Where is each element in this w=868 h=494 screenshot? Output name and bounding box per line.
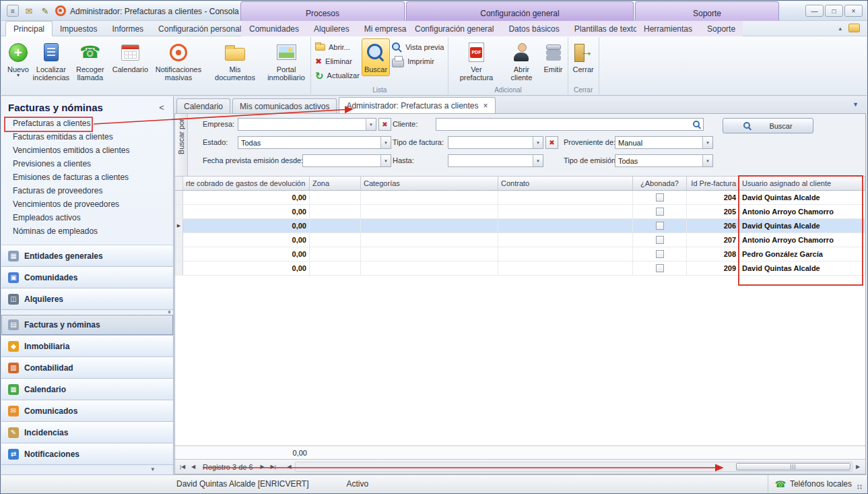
empresa-clear-button[interactable]: ✖ (378, 118, 391, 131)
column-usuario-asignado[interactable]: Usuario asignado al cliente (739, 177, 865, 190)
column-contrato[interactable]: Contrato (498, 177, 633, 190)
hasta-dropdown-icon[interactable]: ▼ (533, 155, 543, 166)
nav-section-alquileres[interactable]: ◫ Alquileres (1, 288, 173, 310)
abonada-checkbox[interactable] (656, 222, 664, 230)
nav-section-comunidades[interactable]: ▣ Comunidades (1, 267, 173, 288)
horizontal-scrollbar[interactable]: ◀ ▶ (284, 461, 863, 472)
nuevo-button[interactable]: + Nuevo ▾ (5, 38, 32, 80)
tipo-factura-clear-button[interactable]: ✖ (545, 136, 558, 149)
tipo-factura-combo[interactable]: ▼ (448, 136, 543, 149)
abonada-checkbox[interactable] (656, 264, 664, 272)
abonada-checkbox[interactable] (656, 236, 664, 244)
abonada-checkbox[interactable] (656, 208, 664, 216)
hasta-combo[interactable]: ▼ (448, 154, 543, 167)
nav-section-notificaciones[interactable]: ⇄ Notificaciones (1, 443, 173, 465)
mis-documentos-button[interactable]: Mis documentos (206, 38, 264, 84)
ribbon-tab-principal[interactable]: Principal (5, 21, 53, 36)
table-row[interactable]: 0,00 204 David Quintas Alcalde (175, 191, 865, 205)
ribbon-tab-plantillas-de-texto[interactable]: Plantillas de texto (567, 21, 645, 36)
nav-section-inmobiliaria[interactable]: ◆ Inmobiliaria (1, 336, 173, 357)
ribbon-tab-comunidades[interactable]: Comunidades (242, 21, 306, 36)
ribbon-tab-mi-empresa[interactable]: Mi empresa (357, 21, 414, 36)
imprimir-button[interactable]: Imprimir (390, 55, 446, 67)
localizar-incidencias-button[interactable]: Localizar incidencias (32, 38, 71, 84)
tipo-emision-combo[interactable]: Todas ▼ (615, 154, 713, 167)
nav-prev-button[interactable]: ◀ (188, 461, 199, 472)
scroll-left-button[interactable]: ◀ (284, 461, 295, 472)
table-row[interactable]: 0,00 205 Antonio Arroyo Chamorro (175, 205, 865, 219)
sidebar-item-vencimientos-proveedores[interactable]: Vencimientos de proveedores (1, 197, 173, 211)
nuevo-dropdown-icon[interactable]: ▾ (17, 73, 20, 78)
scroll-right-button[interactable]: ▶ (853, 461, 863, 472)
calendario-button[interactable]: Calendario (110, 38, 151, 76)
column-importe[interactable]: rte cobrado de gastos de devolución (183, 177, 310, 190)
doc-tab-mis-comunicados-activos[interactable]: Mis comunicados activos (232, 98, 337, 113)
nav-last-button[interactable]: ▶| (268, 461, 279, 472)
proveniente-dropdown-icon[interactable]: ▼ (702, 137, 712, 148)
buscar-button[interactable]: Buscar (362, 38, 390, 76)
close-button[interactable]: × (844, 5, 863, 17)
proveniente-combo[interactable]: Manual ▼ (615, 136, 713, 149)
telefonos-locales-button[interactable]: ☎ Teléfonos locales (768, 475, 867, 493)
ver-prefactura-button[interactable]: PDF Ver prefactura (450, 38, 502, 84)
actualizar-button[interactable]: ↻ Actualizar (313, 69, 362, 82)
nav-next-button[interactable]: ▶ (257, 461, 268, 472)
ribbon-tab-datos-basicos[interactable]: Datos básicos (501, 21, 566, 36)
maximize-button[interactable]: □ (825, 5, 843, 17)
fecha-desde-dropdown-icon[interactable]: ▼ (380, 155, 391, 166)
nav-section-facturas-y-nominas[interactable]: ▤ Facturas y nóminas (1, 314, 173, 336)
sidebar-item-facturas-emitidas[interactable]: Facturas emitidas a clientes (1, 130, 173, 144)
sidebar-splitter[interactable] (1, 310, 173, 314)
table-row[interactable]: 0,00 209 David Quintas Alcalde (175, 261, 865, 276)
ribbon-tab-configuracion-personal[interactable]: Configuración personal (151, 21, 248, 36)
doc-tab-calendario[interactable]: Calendario (176, 98, 230, 113)
abrir-cliente-button[interactable]: Abrir cliente (502, 38, 541, 84)
estado-combo[interactable]: Todas ▼ (238, 136, 391, 149)
tipo-factura-dropdown-icon[interactable]: ▼ (533, 137, 543, 148)
sidebar-item-prefacturas-a-clientes[interactable]: Prefacturas a clientes (1, 117, 173, 130)
edit-icon[interactable]: ✎ (39, 5, 51, 17)
estado-dropdown-icon[interactable]: ▼ (380, 137, 391, 148)
recoger-llamada-button[interactable]: ☎ Recoger llamada (71, 38, 110, 84)
sidebar-item-empleados-activos[interactable]: Empleados activos (1, 211, 173, 224)
abonada-checkbox[interactable] (656, 193, 664, 202)
column-zona[interactable]: Zona (310, 177, 361, 190)
ribbon-tab-soporte[interactable]: Soporte (700, 21, 743, 36)
ribbon-tab-alquileres[interactable]: Alquileres (306, 21, 357, 36)
tab-close-icon[interactable]: × (483, 102, 488, 110)
vista-previa-button[interactable]: Vista previa (390, 41, 446, 53)
cliente-search-icon[interactable] (691, 121, 703, 129)
nav-section-incidencias[interactable]: ✎ Incidencias (1, 422, 173, 443)
resize-grip[interactable] (856, 475, 864, 493)
abonada-checkbox[interactable] (656, 250, 664, 258)
ribbon-tab-impuestos[interactable]: Impuestos (53, 21, 104, 36)
empresa-dropdown-icon[interactable]: ▼ (366, 119, 376, 130)
mail-icon[interactable]: ✉ (23, 5, 35, 17)
sidebar-item-facturas-proveedores[interactable]: Facturas de proveedores (1, 184, 173, 197)
ribbon-tab-configuracion-general[interactable]: Configuración general (407, 21, 501, 36)
ribbon-tab-herramientas[interactable]: Herramientas (636, 21, 700, 36)
column-abonada[interactable]: ¿Abonada? (633, 177, 687, 190)
doc-tab-prefacturas-a-clientes[interactable]: Administrador: Prefacturas a clientes × (339, 97, 495, 113)
quick-folder-icon[interactable] (848, 24, 860, 32)
emitir-button[interactable]: Emitir (541, 38, 565, 76)
scrollbar-track[interactable] (295, 462, 853, 472)
portal-inmobiliario-button[interactable]: Portal inmobiliario (264, 38, 308, 84)
cliente-input[interactable] (436, 118, 704, 131)
eliminar-button[interactable]: ✖ Eliminar (313, 55, 362, 67)
minimize-button[interactable]: — (805, 5, 824, 17)
buscar-por-tab[interactable]: Buscar por (175, 114, 188, 176)
tab-list-dropdown-icon[interactable]: ▼ (853, 101, 859, 108)
table-row[interactable]: 0,00 207 Antonio Arroyo Chamorro (175, 233, 865, 247)
sidebar-item-vencimientos-emitidos[interactable]: Vencimientos emitidos a clientes (1, 144, 173, 157)
nav-section-contabilidad[interactable]: ▥ Contabilidad (1, 357, 173, 379)
nav-section-comunicados[interactable]: ✉ Comunicados (1, 400, 173, 422)
table-row[interactable]: 0,00 208 Pedro González García (175, 247, 865, 261)
nav-section-entidades-generales[interactable]: ▦ Entidades generales (1, 245, 173, 267)
sidebar-item-emisiones-facturas[interactable]: Emisiones de facturas a clientes (1, 171, 173, 184)
panel-buscar-button[interactable]: Buscar (723, 118, 813, 133)
ribbon-tab-informes[interactable]: Informes (104, 21, 151, 36)
nav-section-calendario[interactable]: ▦ Calendario (1, 379, 173, 400)
sidebar-collapse-icon[interactable]: < (156, 102, 168, 114)
tipo-emision-dropdown-icon[interactable]: ▼ (702, 155, 712, 166)
